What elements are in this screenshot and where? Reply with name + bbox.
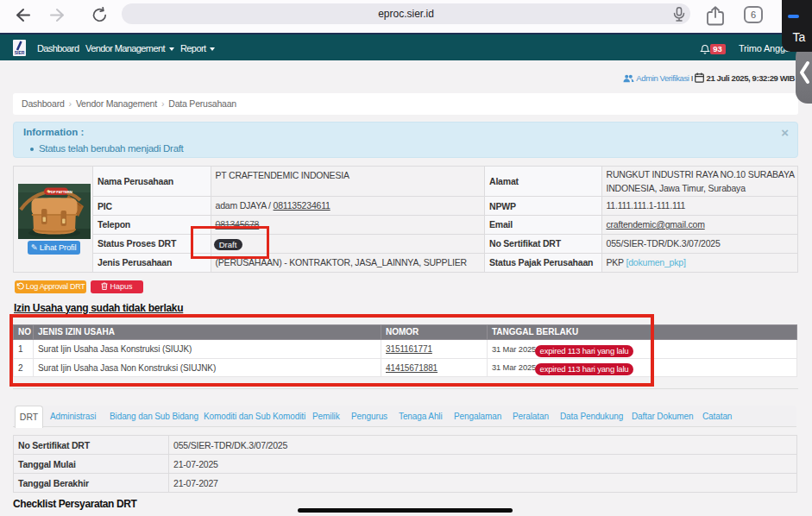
svg-text:SIER: SIER [15,50,25,55]
svg-text:PDF PATTERN: PDF PATTERN [48,190,72,194]
